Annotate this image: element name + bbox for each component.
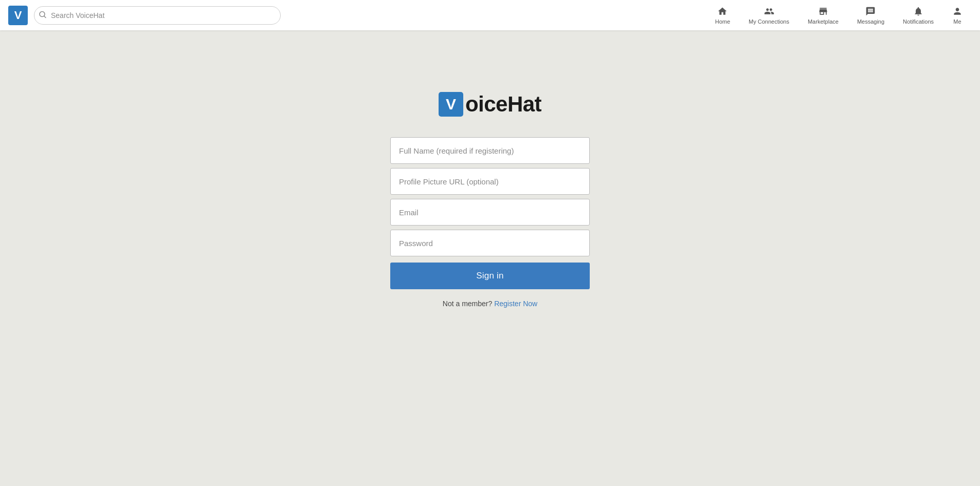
nav-item-home[interactable]: Home	[706, 0, 739, 30]
form-container: Sign in Not a member? Register Now	[390, 137, 590, 308]
register-prompt: Not a member? Register Now	[390, 300, 590, 308]
nav-item-me[interactable]: Me	[943, 0, 972, 30]
messaging-icon	[865, 6, 876, 18]
register-now-link[interactable]: Register Now	[494, 300, 537, 308]
brand-logo-icon: V	[439, 92, 463, 117]
logo-icon: V	[8, 6, 28, 25]
header-logo[interactable]: V	[8, 6, 28, 25]
nav-label-connections: My Connections	[749, 19, 789, 25]
marketplace-icon	[818, 6, 828, 18]
brand-name: oiceHat	[465, 92, 541, 117]
search-input[interactable]	[34, 6, 281, 25]
main-nav: Home My Connections Marketplace	[706, 0, 972, 30]
nav-label-me: Me	[953, 19, 961, 25]
full-name-input[interactable]	[390, 137, 590, 164]
brand-logo-letter: V	[446, 96, 456, 113]
nav-label-marketplace: Marketplace	[808, 19, 839, 25]
nav-item-my-connections[interactable]: My Connections	[739, 0, 798, 30]
home-icon	[717, 6, 728, 18]
nav-label-messaging: Messaging	[857, 19, 884, 25]
connections-icon	[764, 6, 775, 18]
svg-line-1	[44, 16, 46, 17]
nav-item-notifications[interactable]: Notifications	[894, 0, 943, 30]
logo-letter: V	[14, 9, 22, 22]
brand-title: V oiceHat	[439, 92, 541, 117]
not-member-text: Not a member?	[443, 300, 492, 308]
notifications-icon	[913, 6, 923, 18]
nav-item-messaging[interactable]: Messaging	[848, 0, 894, 30]
password-input[interactable]	[390, 230, 590, 256]
signin-button[interactable]: Sign in	[390, 263, 590, 289]
nav-label-home: Home	[715, 19, 730, 25]
search-container	[34, 6, 281, 25]
email-input[interactable]	[390, 199, 590, 226]
main-content: V oiceHat Sign in Not a member? Register…	[0, 30, 980, 308]
me-icon	[952, 6, 963, 18]
header: V Home My	[0, 0, 980, 30]
nav-item-marketplace[interactable]: Marketplace	[798, 0, 848, 30]
nav-label-notifications: Notifications	[903, 19, 934, 25]
search-icon	[39, 11, 46, 20]
profile-picture-input[interactable]	[390, 168, 590, 195]
